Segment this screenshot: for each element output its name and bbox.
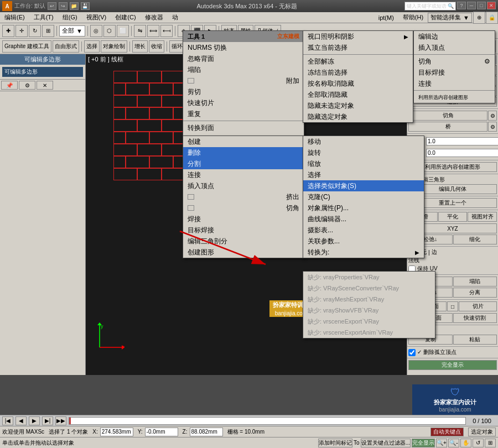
- ctx-delete[interactable]: 删除: [183, 147, 304, 158]
- menu-create[interactable]: 创建(C): [111, 12, 140, 23]
- crease-input[interactable]: [426, 149, 498, 157]
- ctx-scale[interactable]: 缩放: [303, 158, 424, 169]
- ctx-weld[interactable]: 焊接: [183, 213, 304, 225]
- weight-input[interactable]: [426, 137, 498, 145]
- ctx-vray-props[interactable]: 缺少: vrayProperties`VRay: [303, 272, 435, 283]
- chamfer-settings-btn[interactable]: ⚙: [488, 111, 497, 121]
- slice-split-chk[interactable]: □: [447, 301, 458, 311]
- maximize-btn[interactable]: □: [477, 2, 486, 9]
- ctx2-target-weld[interactable]: 目标焊接: [414, 67, 495, 78]
- frame-end-btn[interactable]: ▶▶: [55, 416, 66, 425]
- redo-btn[interactable]: ↪: [59, 2, 68, 10]
- ctx-vr-export[interactable]: 缺少: vrsceneExport`VRay: [303, 316, 435, 327]
- ctx-unhide-all[interactable]: 全部取消隐藏: [303, 89, 413, 100]
- zoom-in-btn[interactable]: 🔍+: [436, 439, 447, 447]
- shrink-btn[interactable]: 收缩: [149, 40, 164, 53]
- quickslice-btn[interactable]: 快速切割: [453, 313, 497, 323]
- ctx-dope-sheet[interactable]: 摄影表...: [303, 225, 424, 236]
- ctx-hide-selected[interactable]: 隐藏选定对象: [303, 111, 413, 122]
- ctx-clone[interactable]: 克隆(C): [303, 191, 424, 202]
- menu-view[interactable]: 视图(V): [82, 12, 111, 23]
- zoom-out-btn[interactable]: 🔍-: [448, 439, 459, 447]
- align-btn[interactable]: ⟺: [147, 25, 159, 37]
- lasso-btn[interactable]: ⬡: [103, 25, 116, 37]
- menu-modifier[interactable]: 修改器: [141, 12, 168, 23]
- frame-start-btn[interactable]: |◀: [2, 416, 13, 425]
- orphan-check[interactable]: [408, 349, 416, 356]
- menu-edit[interactable]: 编辑(E): [0, 12, 29, 23]
- x-btn[interactable]: ✕: [37, 81, 53, 90]
- ctx-collapse[interactable]: 塌陷: [183, 64, 304, 75]
- select-obj-btn[interactable]: 选定对象: [468, 428, 496, 436]
- ctx-nurms[interactable]: NURMS 切换: [183, 42, 304, 53]
- ctx-connect2[interactable]: 连接: [183, 169, 304, 180]
- next-frame-btn[interactable]: ▶|: [42, 416, 53, 425]
- ctx-wire-params[interactable]: 关联参数...: [303, 236, 424, 247]
- ctx-convert[interactable]: 转换为: ▶: [303, 247, 424, 258]
- select-btn[interactable]: ✚: [2, 25, 14, 37]
- ctx-viewport-lighting[interactable]: 视口照明和阴影 ▶: [303, 31, 413, 42]
- ctx-freeze-current[interactable]: 冻结当前选择: [303, 67, 413, 78]
- chamfer-btn[interactable]: 切角: [408, 111, 487, 121]
- ctx-hide-unselected[interactable]: 隐藏未选定对象: [303, 100, 413, 111]
- cfg-btn[interactable]: ⚙: [19, 81, 35, 90]
- ctx-vray-vfb[interactable]: 缺少: vrayShowVFB`VRay: [303, 305, 435, 316]
- menu-group[interactable]: 组(G): [58, 12, 82, 23]
- ctx-chamfer2[interactable]: 切角: [183, 202, 304, 213]
- menu-tools[interactable]: 工具(T): [29, 12, 58, 23]
- ctx-divide[interactable]: 分割: [183, 158, 304, 169]
- minimize-btn[interactable]: ─: [467, 2, 476, 9]
- menu-help[interactable]: 帮助(H): [398, 12, 428, 23]
- rotate-btn[interactable]: ↻: [29, 25, 41, 37]
- ctx-vr-export-anim[interactable]: 缺少: vrsceneExportAnim`VRay: [303, 327, 435, 338]
- ctx-to-face[interactable]: 转换到面: [183, 122, 304, 133]
- ctx2-use-content[interactable]: 利用所选内容创建图形: [414, 92, 495, 103]
- ctx2-insert-vertex[interactable]: 插入顶点: [414, 42, 495, 53]
- add-time-btn[interactable]: 添加时间标记: [318, 439, 352, 447]
- complete-nav-btn[interactable]: 完全显示: [412, 439, 435, 447]
- grow-btn[interactable]: 增长: [132, 40, 148, 53]
- lock-btn[interactable]: 🔒: [486, 12, 498, 24]
- search-box[interactable]: 键入关键字或短语 🔍: [404, 2, 456, 11]
- paste-name-btn[interactable]: 粘贴: [453, 335, 497, 345]
- refine-btn[interactable]: 细化: [453, 235, 497, 244]
- ctx-create-shape[interactable]: 创建图形: [183, 247, 304, 258]
- flatten-btn[interactable]: 平化: [438, 212, 468, 222]
- ctx2-chamfer[interactable]: 切角 ⚙: [414, 56, 495, 67]
- view-align-btn[interactable]: 视图对齐: [468, 212, 497, 222]
- ctx-isolate[interactable]: 孤立当前选择: [303, 42, 413, 53]
- maximize-vp-btn[interactable]: ⊞: [485, 439, 496, 447]
- scene-selector[interactable]: 智能选择集 ▼: [428, 13, 472, 23]
- align2-btn[interactable]: ⟻: [160, 25, 173, 37]
- prev-frame-btn[interactable]: ◀: [15, 416, 27, 425]
- bridge-settings-btn[interactable]: ⚙: [488, 122, 497, 132]
- scale-btn[interactable]: ⊞: [42, 25, 54, 37]
- ctx-vray-mesh[interactable]: 缺少: vrayMeshExport`VRay: [303, 294, 435, 305]
- window-btn[interactable]: ⬜: [117, 25, 129, 37]
- ctx-obj-prop[interactable]: 对象属性(P)...: [303, 202, 424, 213]
- help-btn[interactable]: ?: [457, 2, 466, 9]
- ctx-target-weld2[interactable]: 目标焊接: [183, 225, 304, 236]
- stack-item-editable[interactable]: 可编辑多边形: [2, 67, 83, 77]
- ctx-vray-scene[interactable]: 缺少: VRaySceneConverter`VRay: [303, 283, 435, 294]
- freeform-btn[interactable]: 自由形式: [53, 40, 79, 53]
- z-input[interactable]: [190, 428, 223, 436]
- save-btn[interactable]: 💾: [81, 2, 90, 10]
- ctx-insert-vertex2[interactable]: 插入顶点: [183, 180, 304, 191]
- ctx-unhide-name[interactable]: 按名称取消隐藏: [303, 78, 413, 89]
- detach-btn[interactable]: 分离: [453, 288, 497, 298]
- mirror-btn[interactable]: ⇋: [134, 25, 146, 37]
- autokey-btn[interactable]: 自动关键点: [430, 428, 464, 436]
- settings-filter-btn[interactable]: 设置关键点过滤器...: [361, 439, 411, 447]
- open-btn[interactable]: 📁: [70, 2, 79, 10]
- obj-paint-btn[interactable]: 对象绘制: [101, 40, 127, 53]
- magnet-btn[interactable]: ⊕: [473, 12, 485, 24]
- collapse-btn[interactable]: 塌陷: [453, 277, 497, 286]
- slice-btn[interactable]: 切片: [459, 301, 497, 311]
- ctx-quickslice[interactable]: 快速切片: [183, 97, 304, 108]
- menu-animation[interactable]: 动: [168, 12, 183, 23]
- graphite-label-btn[interactable]: Graphite 建模工具: [2, 40, 51, 53]
- bridge-btn[interactable]: 桥: [408, 122, 487, 132]
- complete-btn[interactable]: 完全显示: [408, 360, 497, 370]
- ctx-edit-tri[interactable]: 编辑三角剖分: [183, 236, 304, 247]
